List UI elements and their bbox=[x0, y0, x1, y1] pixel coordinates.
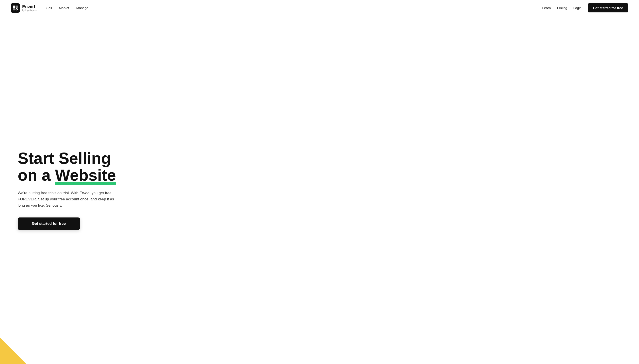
nav-links: Sell Market Manage bbox=[46, 6, 88, 10]
logo-name: Ecwid bbox=[22, 4, 38, 9]
hero-left: Start Selling on a Website We're putting… bbox=[0, 16, 320, 364]
svg-rect-0 bbox=[13, 6, 15, 8]
nav-manage[interactable]: Manage bbox=[76, 6, 88, 10]
logo-icon bbox=[11, 3, 20, 13]
nav-market[interactable]: Market bbox=[59, 6, 69, 10]
headline-line1: Start Selling bbox=[18, 150, 111, 167]
logo-text: Ecwid by Lightspeed bbox=[22, 4, 38, 12]
logo-sub: by Lightspeed bbox=[22, 9, 38, 12]
nav-learn[interactable]: Learn bbox=[542, 6, 551, 10]
nav-left: Ecwid by Lightspeed Sell Market Manage bbox=[11, 3, 88, 13]
svg-rect-2 bbox=[13, 8, 15, 10]
nav-login[interactable]: Login bbox=[573, 6, 581, 10]
nav-pricing[interactable]: Pricing bbox=[557, 6, 567, 10]
hero-headline: Start Selling on a Website bbox=[18, 150, 306, 184]
svg-rect-1 bbox=[16, 6, 18, 8]
navbar: Ecwid by Lightspeed Sell Market Manage L… bbox=[0, 0, 639, 16]
nav-sell[interactable]: Sell bbox=[46, 6, 52, 10]
logo-link[interactable]: Ecwid by Lightspeed bbox=[11, 3, 38, 13]
hero-section: Start Selling on a Website We're putting… bbox=[0, 0, 639, 364]
logo-svg bbox=[13, 5, 18, 11]
hero-subtext: We're putting free trials on trial. With… bbox=[18, 190, 120, 208]
headline-prefix: on a bbox=[18, 166, 55, 184]
headline-line2: on a Website bbox=[18, 166, 116, 184]
headline-word: Website bbox=[55, 167, 116, 184]
nav-cta-button[interactable]: Get started for free bbox=[588, 3, 628, 12]
nav-right: Learn Pricing Login Get started for free bbox=[542, 3, 628, 12]
hero-cta-button[interactable]: Get started for free bbox=[18, 218, 80, 230]
